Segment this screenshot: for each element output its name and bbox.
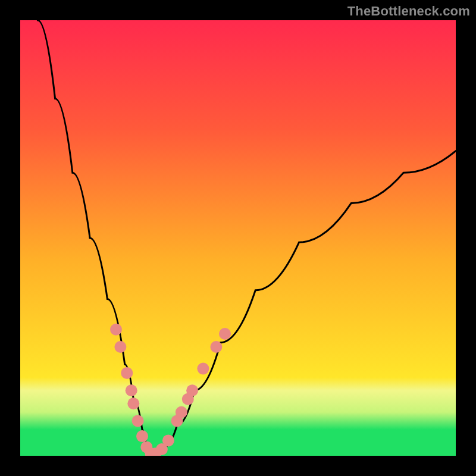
data-point [126,384,137,396]
data-point [210,341,222,353]
chart-frame: TheBottleneck.com [0,0,476,476]
bottleneck-curve [37,20,456,456]
data-point [132,415,144,427]
data-point [186,384,198,396]
data-point [219,328,231,340]
data-point [121,367,133,379]
watermark-label: TheBottleneck.com [347,4,470,19]
data-point [114,341,126,353]
data-point [136,430,148,442]
data-point [197,363,209,375]
data-point [110,324,122,336]
chart-plot-area [20,20,456,456]
data-point [127,397,139,409]
data-point [162,434,174,446]
chart-svg [20,20,456,456]
data-point [176,406,187,418]
